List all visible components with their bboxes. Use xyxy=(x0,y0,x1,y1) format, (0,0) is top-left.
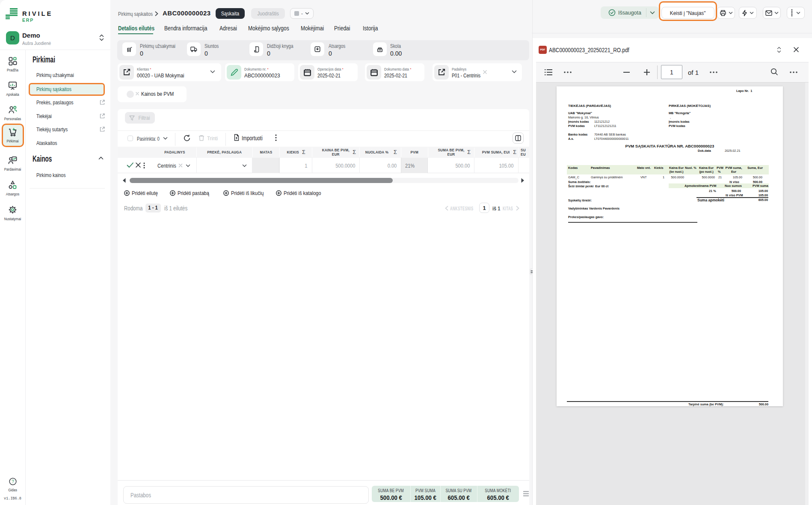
svg-text:?: ? xyxy=(12,479,14,484)
